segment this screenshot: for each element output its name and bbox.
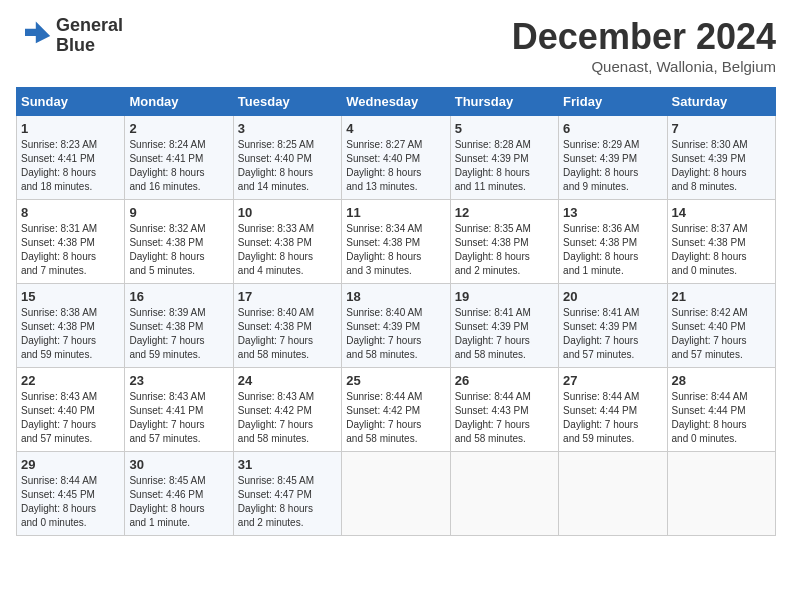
day-info: Sunrise: 8:44 AM Sunset: 4:44 PM Dayligh…: [672, 390, 771, 446]
day-number: 25: [346, 373, 445, 388]
calendar-cell: [559, 452, 667, 536]
day-number: 18: [346, 289, 445, 304]
day-number: 27: [563, 373, 662, 388]
day-header-thursday: Thursday: [450, 88, 558, 116]
day-info: Sunrise: 8:44 AM Sunset: 4:45 PM Dayligh…: [21, 474, 120, 530]
day-number: 7: [672, 121, 771, 136]
day-number: 2: [129, 121, 228, 136]
calendar-cell: 27Sunrise: 8:44 AM Sunset: 4:44 PM Dayli…: [559, 368, 667, 452]
day-number: 13: [563, 205, 662, 220]
day-info: Sunrise: 8:39 AM Sunset: 4:38 PM Dayligh…: [129, 306, 228, 362]
calendar-cell: 30Sunrise: 8:45 AM Sunset: 4:46 PM Dayli…: [125, 452, 233, 536]
day-header-wednesday: Wednesday: [342, 88, 450, 116]
day-header-sunday: Sunday: [17, 88, 125, 116]
day-info: Sunrise: 8:45 AM Sunset: 4:46 PM Dayligh…: [129, 474, 228, 530]
day-number: 22: [21, 373, 120, 388]
day-number: 26: [455, 373, 554, 388]
logo: General Blue: [16, 16, 123, 56]
day-number: 1: [21, 121, 120, 136]
day-info: Sunrise: 8:25 AM Sunset: 4:40 PM Dayligh…: [238, 138, 337, 194]
day-info: Sunrise: 8:23 AM Sunset: 4:41 PM Dayligh…: [21, 138, 120, 194]
calendar-cell: [342, 452, 450, 536]
day-info: Sunrise: 8:31 AM Sunset: 4:38 PM Dayligh…: [21, 222, 120, 278]
day-number: 15: [21, 289, 120, 304]
calendar-cell: 2Sunrise: 8:24 AM Sunset: 4:41 PM Daylig…: [125, 116, 233, 200]
calendar-cell: 25Sunrise: 8:44 AM Sunset: 4:42 PM Dayli…: [342, 368, 450, 452]
day-info: Sunrise: 8:43 AM Sunset: 4:40 PM Dayligh…: [21, 390, 120, 446]
day-info: Sunrise: 8:30 AM Sunset: 4:39 PM Dayligh…: [672, 138, 771, 194]
calendar-cell: 20Sunrise: 8:41 AM Sunset: 4:39 PM Dayli…: [559, 284, 667, 368]
day-info: Sunrise: 8:40 AM Sunset: 4:39 PM Dayligh…: [346, 306, 445, 362]
calendar-week-row: 29Sunrise: 8:44 AM Sunset: 4:45 PM Dayli…: [17, 452, 776, 536]
calendar-cell: 28Sunrise: 8:44 AM Sunset: 4:44 PM Dayli…: [667, 368, 775, 452]
calendar-cell: 19Sunrise: 8:41 AM Sunset: 4:39 PM Dayli…: [450, 284, 558, 368]
logo-icon: [16, 18, 52, 54]
calendar-cell: 31Sunrise: 8:45 AM Sunset: 4:47 PM Dayli…: [233, 452, 341, 536]
calendar-cell: 26Sunrise: 8:44 AM Sunset: 4:43 PM Dayli…: [450, 368, 558, 452]
day-info: Sunrise: 8:45 AM Sunset: 4:47 PM Dayligh…: [238, 474, 337, 530]
day-number: 14: [672, 205, 771, 220]
calendar-week-row: 22Sunrise: 8:43 AM Sunset: 4:40 PM Dayli…: [17, 368, 776, 452]
day-info: Sunrise: 8:44 AM Sunset: 4:42 PM Dayligh…: [346, 390, 445, 446]
logo-text: General Blue: [56, 16, 123, 56]
day-info: Sunrise: 8:38 AM Sunset: 4:38 PM Dayligh…: [21, 306, 120, 362]
day-number: 9: [129, 205, 228, 220]
calendar-cell: 10Sunrise: 8:33 AM Sunset: 4:38 PM Dayli…: [233, 200, 341, 284]
day-header-saturday: Saturday: [667, 88, 775, 116]
day-number: 19: [455, 289, 554, 304]
day-number: 20: [563, 289, 662, 304]
day-info: Sunrise: 8:37 AM Sunset: 4:38 PM Dayligh…: [672, 222, 771, 278]
month-title: December 2024: [512, 16, 776, 58]
day-number: 31: [238, 457, 337, 472]
page-header: General Blue December 2024 Quenast, Wall…: [16, 16, 776, 75]
day-info: Sunrise: 8:28 AM Sunset: 4:39 PM Dayligh…: [455, 138, 554, 194]
calendar-cell: 7Sunrise: 8:30 AM Sunset: 4:39 PM Daylig…: [667, 116, 775, 200]
day-info: Sunrise: 8:43 AM Sunset: 4:41 PM Dayligh…: [129, 390, 228, 446]
calendar-cell: 3Sunrise: 8:25 AM Sunset: 4:40 PM Daylig…: [233, 116, 341, 200]
calendar-cell: [450, 452, 558, 536]
day-number: 3: [238, 121, 337, 136]
day-number: 30: [129, 457, 228, 472]
day-info: Sunrise: 8:35 AM Sunset: 4:38 PM Dayligh…: [455, 222, 554, 278]
calendar-body: 1Sunrise: 8:23 AM Sunset: 4:41 PM Daylig…: [17, 116, 776, 536]
day-info: Sunrise: 8:24 AM Sunset: 4:41 PM Dayligh…: [129, 138, 228, 194]
calendar-cell: 18Sunrise: 8:40 AM Sunset: 4:39 PM Dayli…: [342, 284, 450, 368]
day-number: 12: [455, 205, 554, 220]
day-number: 6: [563, 121, 662, 136]
calendar-cell: 24Sunrise: 8:43 AM Sunset: 4:42 PM Dayli…: [233, 368, 341, 452]
day-info: Sunrise: 8:40 AM Sunset: 4:38 PM Dayligh…: [238, 306, 337, 362]
day-info: Sunrise: 8:32 AM Sunset: 4:38 PM Dayligh…: [129, 222, 228, 278]
title-block: December 2024 Quenast, Wallonia, Belgium: [512, 16, 776, 75]
calendar-cell: 23Sunrise: 8:43 AM Sunset: 4:41 PM Dayli…: [125, 368, 233, 452]
calendar-cell: 22Sunrise: 8:43 AM Sunset: 4:40 PM Dayli…: [17, 368, 125, 452]
day-info: Sunrise: 8:43 AM Sunset: 4:42 PM Dayligh…: [238, 390, 337, 446]
day-number: 29: [21, 457, 120, 472]
day-number: 23: [129, 373, 228, 388]
calendar-cell: 11Sunrise: 8:34 AM Sunset: 4:38 PM Dayli…: [342, 200, 450, 284]
calendar-cell: 29Sunrise: 8:44 AM Sunset: 4:45 PM Dayli…: [17, 452, 125, 536]
day-number: 17: [238, 289, 337, 304]
calendar-cell: 16Sunrise: 8:39 AM Sunset: 4:38 PM Dayli…: [125, 284, 233, 368]
calendar-cell: 9Sunrise: 8:32 AM Sunset: 4:38 PM Daylig…: [125, 200, 233, 284]
calendar-week-row: 8Sunrise: 8:31 AM Sunset: 4:38 PM Daylig…: [17, 200, 776, 284]
svg-marker-0: [25, 21, 50, 43]
calendar-cell: [667, 452, 775, 536]
calendar-cell: 12Sunrise: 8:35 AM Sunset: 4:38 PM Dayli…: [450, 200, 558, 284]
day-info: Sunrise: 8:41 AM Sunset: 4:39 PM Dayligh…: [563, 306, 662, 362]
calendar-cell: 4Sunrise: 8:27 AM Sunset: 4:40 PM Daylig…: [342, 116, 450, 200]
day-info: Sunrise: 8:42 AM Sunset: 4:40 PM Dayligh…: [672, 306, 771, 362]
calendar-cell: 14Sunrise: 8:37 AM Sunset: 4:38 PM Dayli…: [667, 200, 775, 284]
calendar-cell: 1Sunrise: 8:23 AM Sunset: 4:41 PM Daylig…: [17, 116, 125, 200]
calendar-cell: 6Sunrise: 8:29 AM Sunset: 4:39 PM Daylig…: [559, 116, 667, 200]
day-number: 28: [672, 373, 771, 388]
day-number: 4: [346, 121, 445, 136]
day-info: Sunrise: 8:29 AM Sunset: 4:39 PM Dayligh…: [563, 138, 662, 194]
day-header-tuesday: Tuesday: [233, 88, 341, 116]
day-info: Sunrise: 8:34 AM Sunset: 4:38 PM Dayligh…: [346, 222, 445, 278]
day-info: Sunrise: 8:44 AM Sunset: 4:43 PM Dayligh…: [455, 390, 554, 446]
day-number: 11: [346, 205, 445, 220]
day-header-friday: Friday: [559, 88, 667, 116]
calendar-week-row: 15Sunrise: 8:38 AM Sunset: 4:38 PM Dayli…: [17, 284, 776, 368]
calendar-cell: 17Sunrise: 8:40 AM Sunset: 4:38 PM Dayli…: [233, 284, 341, 368]
calendar-table: SundayMondayTuesdayWednesdayThursdayFrid…: [16, 87, 776, 536]
